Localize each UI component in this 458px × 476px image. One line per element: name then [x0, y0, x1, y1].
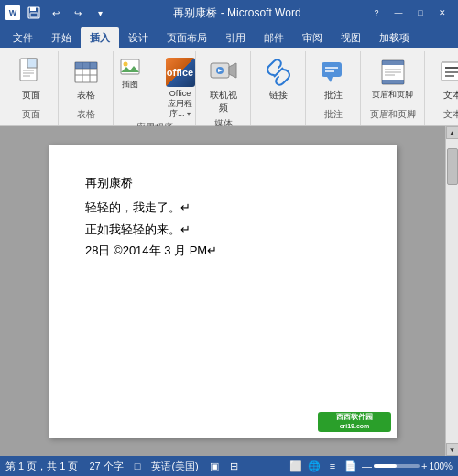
window-controls: ? — □ ✕: [366, 4, 453, 22]
tab-home[interactable]: 开始: [42, 27, 81, 48]
window-title: 再别康桥 - Microsoft Word: [108, 5, 366, 21]
svg-rect-4: [27, 59, 37, 68]
zoom-in-btn[interactable]: +: [421, 460, 427, 471]
view-outline-icon[interactable]: ≡: [325, 459, 340, 473]
header-footer-button[interactable]: 页眉和页脚: [368, 55, 417, 103]
doc-line-3: 正如我轻轻的来。↵: [85, 219, 360, 240]
tab-references[interactable]: 引用: [216, 27, 255, 48]
svg-rect-1: [30, 7, 36, 11]
tab-insert[interactable]: 插入: [81, 27, 119, 48]
word-icon: W: [5, 5, 20, 20]
undo-quick-btn[interactable]: ↩: [48, 5, 64, 21]
status-left: 第 1 页，共 1 页 27 个字 □ 英语(美国) ▣ ⊞: [5, 460, 238, 473]
online-video-button[interactable]: 联机视频: [202, 55, 245, 117]
tables-group-label: 表格: [77, 108, 95, 124]
redo-quick-btn[interactable]: ↪: [70, 5, 86, 21]
vertical-scrollbar[interactable]: ▲ ▼: [445, 126, 458, 456]
svg-rect-2: [30, 13, 38, 17]
scroll-up-arrow[interactable]: ▲: [446, 126, 459, 139]
tab-review[interactable]: 审阅: [293, 27, 332, 48]
video-label: 联机视频: [205, 89, 241, 114]
comment-button[interactable]: 批注: [315, 55, 352, 104]
help-btn[interactable]: ?: [366, 4, 387, 22]
ribbon-tab-bar: 文件 开始 插入 设计 页面布局 引用 邮件 审阅 视图 加载项: [0, 26, 458, 48]
svg-marker-22: [327, 77, 333, 82]
zoom-percent: 100%: [429, 461, 453, 471]
ribbon-group-comments: 批注 批注: [306, 51, 361, 125]
document[interactable]: 再别康桥 轻轻的，我走了。↵ 正如我轻轻的来。↵ 28日 ©2014年 3 月 …: [49, 145, 397, 438]
page-icon: [16, 58, 46, 87]
close-btn[interactable]: ✕: [432, 4, 453, 22]
minimize-btn[interactable]: —: [388, 4, 409, 22]
svg-rect-13: [75, 62, 97, 69]
title-bar-left: W ↩ ↪ ▾: [5, 5, 108, 21]
text-button[interactable]: 文本: [434, 55, 459, 104]
svg-rect-26: [382, 60, 404, 65]
small-buttons-col: 插图: [106, 55, 154, 92]
svg-rect-27: [382, 80, 404, 84]
text-icon: [438, 58, 459, 87]
zoom-out-btn[interactable]: —: [362, 460, 372, 471]
zoom-slider[interactable]: [374, 464, 420, 468]
main-area: 再别康桥 轻轻的，我走了。↵ 正如我轻轻的来。↵ 28日 ©2014年 3 月 …: [0, 126, 458, 456]
comment-icon: [319, 58, 348, 87]
svg-marker-17: [229, 63, 236, 78]
links-button[interactable]: 链接: [260, 55, 297, 104]
header-footer-group-label: 页眉和页脚: [370, 108, 416, 124]
picture-button[interactable]: 插图: [106, 55, 154, 92]
pages-button[interactable]: 页面: [13, 55, 49, 104]
svg-rect-21: [322, 62, 342, 77]
tab-mailings[interactable]: 邮件: [255, 27, 293, 48]
scroll-thumb[interactable]: [447, 148, 458, 185]
ribbon-group-header-footer: 页眉和页脚 页眉和页脚: [361, 51, 425, 125]
tab-design[interactable]: 设计: [119, 27, 158, 48]
ribbon-content: 页面 页面 表格 表格: [0, 48, 458, 126]
document-container: 再别康桥 轻轻的，我走了。↵ 正如我轻轻的来。↵ 28日 ©2014年 3 月 …: [0, 126, 445, 456]
picture-icon: [119, 57, 141, 79]
svg-rect-31: [442, 62, 459, 81]
save-quick-btn[interactable]: [26, 5, 42, 21]
watermark: 西西软件园cri19.com: [318, 412, 391, 432]
scroll-track: [446, 139, 458, 443]
doc-line-1: 再别康桥: [85, 172, 360, 193]
title-bar: W ↩ ↪ ▾ 再别康桥 - Microsoft Word ? — □ ✕: [0, 0, 458, 26]
status-right: ⬜ 🌐 ≡ 📄 — + 100%: [289, 459, 453, 473]
comments-group-label: 批注: [324, 108, 343, 124]
customize-quick-btn[interactable]: ▾: [92, 5, 108, 21]
text-group-label: 文本: [443, 108, 459, 124]
maximize-btn[interactable]: □: [410, 4, 431, 22]
tab-addins[interactable]: 加载项: [370, 27, 419, 48]
office-label: Office应用程序... ▾: [161, 89, 200, 118]
doc-line-4: 28日 ©2014年 3 月 PM↵: [85, 240, 360, 261]
status-icon-2[interactable]: ▣: [210, 460, 219, 472]
table-button[interactable]: 表格: [68, 55, 104, 104]
link-icon: [264, 58, 293, 87]
comment-label: 批注: [324, 89, 343, 102]
view-print-icon[interactable]: ⬜: [289, 459, 303, 473]
tab-file[interactable]: 文件: [4, 27, 42, 48]
header-footer-icon: [378, 58, 408, 87]
header-footer-label: 页眉和页脚: [372, 89, 413, 101]
scroll-down-arrow[interactable]: ▼: [446, 443, 459, 456]
view-draft-icon[interactable]: 📄: [344, 459, 358, 473]
office-text: office: [167, 67, 193, 78]
view-web-icon[interactable]: 🌐: [307, 459, 322, 473]
word-count: 27 个字: [89, 460, 123, 473]
status-icon-3[interactable]: ⊞: [230, 460, 238, 472]
table-label: 表格: [77, 89, 95, 102]
status-icon-1[interactable]: □: [135, 460, 141, 471]
office-app-icon: office: [166, 58, 195, 87]
ribbon-group-media: 联机视频 媒体: [196, 51, 251, 125]
tab-view[interactable]: 视图: [332, 27, 370, 48]
pages-label: 页面: [22, 89, 40, 102]
doc-line-2: 轻轻的，我走了。↵: [85, 197, 360, 218]
ribbon-group-links: 链接: [251, 51, 306, 125]
zoom-fill: [374, 464, 397, 468]
ribbon-group-pages: 页面 页面: [4, 51, 59, 125]
language[interactable]: 英语(美国): [151, 460, 198, 473]
zoom-control: — + 100%: [362, 460, 453, 471]
pages-group-label: 页面: [22, 108, 40, 124]
tab-layout[interactable]: 页面布局: [158, 27, 216, 48]
ribbon-group-text: 文本 文本: [425, 51, 458, 125]
links-label: 链接: [269, 89, 288, 102]
